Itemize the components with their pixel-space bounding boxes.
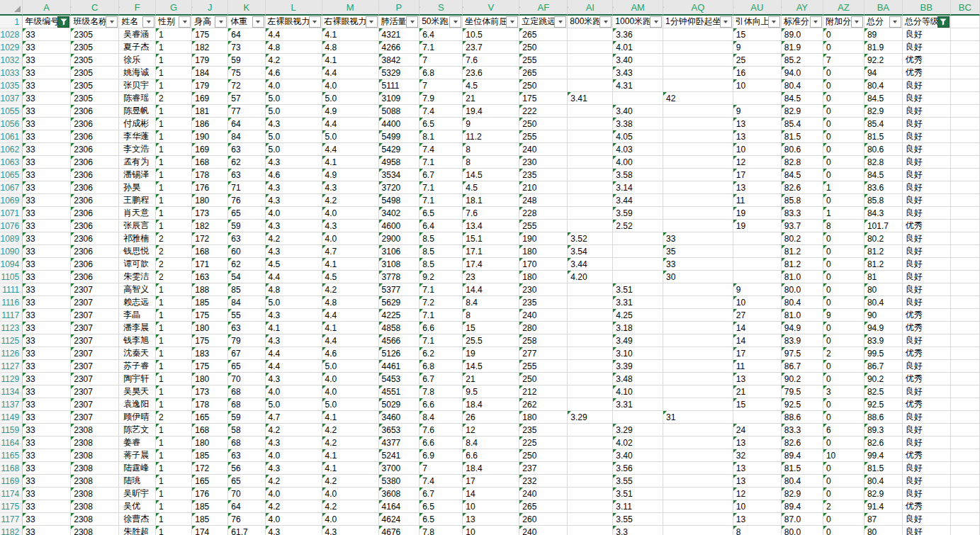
cell-P-1029[interactable]: 4266 [379,41,420,54]
cell-K-1123[interactable]: 63 [228,322,265,334]
cell-BA-1055[interactable]: 82.9 [864,105,903,118]
cell-AY-1159[interactable]: 83.3 [782,424,823,437]
row-number[interactable]: 1094 [0,258,23,271]
cell-AZ-1056[interactable]: 0 [823,118,864,130]
cell-AI-1117[interactable] [568,309,613,322]
cell-C-1028[interactable]: 2305 [71,28,119,41]
cell-S-1035[interactable]: 7 [419,79,463,92]
cell-AM-1061[interactable]: 4.05 [613,130,663,143]
cell-L-1175[interactable]: 4.2 [266,500,322,513]
cell-AZ-1071[interactable]: 1 [823,207,864,220]
cell-A-1126[interactable]: 33 [23,347,71,360]
cell-M-1105[interactable]: 4.5 [322,271,379,283]
cell-M-1090[interactable]: 4.7 [322,245,379,258]
cell-AI-1164[interactable] [568,437,613,449]
cell-AU-1055[interactable]: 9 [733,105,782,118]
cell-BC-1089[interactable] [951,232,980,245]
cell-C-1029[interactable]: 2305 [71,41,119,54]
cell-M-1182[interactable]: 4.3 [322,526,379,535]
cell-S-1126[interactable]: 6.2 [419,347,463,360]
cell-L-1067[interactable]: 4.3 [266,181,322,194]
cell-P-1159[interactable]: 3653 [379,424,420,437]
cell-M-1035[interactable]: 4.0 [322,79,379,92]
cell-S-1165[interactable]: 6.9 [419,449,463,462]
filter-active-button[interactable] [937,16,950,28]
cell-AQ-1056[interactable] [663,118,733,130]
cell-C-1035[interactable]: 2305 [71,79,119,92]
cell-AZ-1169[interactable]: 0 [823,475,864,488]
cell-AI-1061[interactable] [568,130,613,143]
cell-AY-1117[interactable]: 81.0 [782,309,823,322]
cell-AI-1056[interactable] [568,118,613,130]
cell-AQ-1174[interactable] [663,488,733,500]
cell-AU-1063[interactable]: 12 [733,156,782,169]
cell-AI-1029[interactable] [568,41,613,54]
cell-AQ-1111[interactable] [663,283,733,296]
cell-AQ-1090[interactable]: 35 [663,245,733,258]
select-all-corner[interactable] [0,0,23,16]
row-number[interactable]: 1159 [0,424,23,437]
cell-M-1159[interactable]: 4.2 [322,424,379,437]
cell-BA-1028[interactable]: 89 [864,28,903,41]
cell-AM-1149[interactable] [613,411,663,424]
cell-BC-1134[interactable] [951,385,980,398]
cell-AF-1175[interactable]: 265 [519,500,568,513]
cell-V-1134[interactable]: 9.5 [463,385,519,398]
cell-BA-1067[interactable]: 83.6 [864,181,903,194]
cell-G-1111[interactable]: 1 [156,283,192,296]
cell-BB-1127[interactable]: 良好 [903,360,951,373]
header-cell-K[interactable]: 体重 [228,16,265,28]
cell-AZ-1174[interactable]: 0 [823,488,864,500]
cell-K-1033[interactable]: 75 [228,67,265,79]
cell-V-1035[interactable]: 4.5 [463,79,519,92]
cell-AI-1123[interactable] [568,322,613,334]
cell-BC-1174[interactable] [951,488,980,500]
cell-AI-1037[interactable]: 3.41 [568,92,613,105]
cell-G-1094[interactable]: 2 [156,258,192,271]
cell-S-1065[interactable]: 6.7 [419,169,463,181]
cell-A-1071[interactable]: 33 [23,207,71,220]
cell-K-1062[interactable]: 63 [228,143,265,156]
cell-AQ-1169[interactable] [663,475,733,488]
column-letter-A[interactable]: A [23,0,71,16]
cell-AM-1164[interactable]: 4.02 [613,437,663,449]
cell-AM-1111[interactable]: 3.51 [613,283,663,296]
cell-S-1090[interactable]: 8.5 [419,245,463,258]
column-letter-J[interactable]: J◀▶ [192,0,228,16]
cell-BC-1169[interactable] [951,475,980,488]
cell-L-1061[interactable]: 5.0 [266,130,322,143]
cell-BB-1035[interactable]: 良好 [903,79,951,92]
cell-BB-1032[interactable]: 优秀 [903,54,951,67]
cell-K-1174[interactable]: 70 [228,488,265,500]
cell-F-1035[interactable]: 张贝宇 [119,79,156,92]
cell-K-1165[interactable]: 63 [228,449,265,462]
cell-L-1117[interactable]: 4.3 [266,309,322,322]
cell-AZ-1134[interactable]: 3 [823,385,864,398]
cell-AM-1134[interactable]: 4.10 [613,385,663,398]
filter-dropdown-button[interactable] [449,16,461,28]
cell-L-1123[interactable]: 4.1 [266,322,322,334]
cell-A-1069[interactable]: 33 [23,194,71,207]
cell-K-1090[interactable]: 60 [228,245,265,258]
cell-AQ-1123[interactable] [663,322,733,334]
cell-BA-1071[interactable]: 84.3 [864,207,903,220]
cell-AF-1055[interactable]: 222 [519,105,568,118]
cell-J-1076[interactable]: 182 [192,220,228,232]
cell-C-1116[interactable]: 2307 [71,296,119,309]
cell-AM-1062[interactable]: 4.03 [613,143,663,156]
cell-AU-1134[interactable]: 21 [733,385,782,398]
cell-L-1125[interactable]: 4.3 [266,334,322,347]
cell-AU-1125[interactable]: 14 [733,334,782,347]
cell-L-1076[interactable]: 4.3 [266,220,322,232]
cell-BC-1067[interactable] [951,181,980,194]
cell-BC-1177[interactable] [951,513,980,526]
cell-K-1071[interactable]: 65 [228,207,265,220]
cell-AQ-1126[interactable] [663,347,733,360]
cell-L-1116[interactable]: 5.0 [266,296,322,309]
cell-AI-1175[interactable] [568,500,613,513]
cell-G-1056[interactable]: 1 [156,118,192,130]
cell-K-1037[interactable]: 57 [228,92,265,105]
cell-AQ-1177[interactable] [663,513,733,526]
cell-AI-1116[interactable] [568,296,613,309]
cell-L-1071[interactable]: 4.0 [266,207,322,220]
